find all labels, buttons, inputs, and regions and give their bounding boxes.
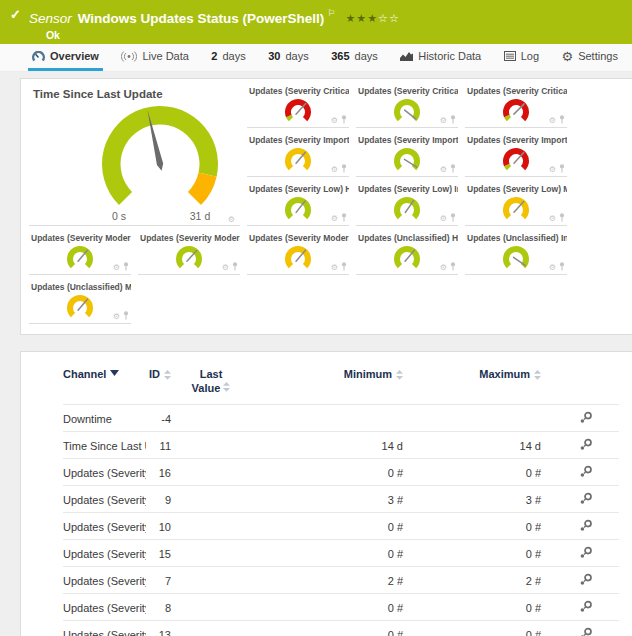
gear-icon[interactable]: ⚙ [331, 166, 338, 174]
pin-icon-wrap[interactable] [341, 262, 347, 273]
pin-icon-wrap[interactable] [559, 115, 565, 126]
pin-icon-wrap[interactable] [341, 213, 347, 224]
small-gauge-panel[interactable]: Updates (Severity Moderate) ...⚙ [247, 232, 349, 275]
small-gauge-panel[interactable]: Updates (Severity Critical) Ins...⚙ [356, 85, 458, 128]
cell-last_value [171, 405, 251, 432]
tab-30-days[interactable]: 30days [264, 44, 313, 71]
tab-settings[interactable]: ⚙Settings [558, 44, 622, 71]
edit-channel-icon[interactable] [579, 492, 593, 505]
gear-icon[interactable]: ⚙ [113, 264, 120, 272]
small-gauge-panel[interactable]: Updates (Unclassified) Missing⚙ [29, 281, 131, 324]
tab-log[interactable]: Log [500, 44, 543, 71]
flag-icon[interactable]: ⚐ [327, 8, 335, 18]
edit-channel-icon[interactable] [579, 411, 593, 424]
pin-icon-wrap[interactable] [450, 115, 456, 126]
cell-minimum: 3 # [251, 486, 403, 513]
gear-icon[interactable]: ⚙ [549, 166, 556, 174]
gear-icon[interactable]: ⚙ [228, 216, 235, 224]
small-gauge-panel[interactable]: Updates (Severity Moderate) I...⚙ [138, 232, 240, 275]
cell-id: 8 [146, 594, 171, 621]
channel-name: Updates (Severity Impo... [63, 567, 146, 594]
star-filled-icon[interactable]: ★ [356, 12, 367, 24]
channel-name: Time Since Last Update [63, 432, 146, 459]
channel-name: Updates (Severity Impo... [63, 540, 146, 567]
edit-channel-icon[interactable] [579, 519, 593, 532]
sensor-title: Windows Updates Status (PowerShell) [78, 11, 325, 26]
star-filled-icon[interactable]: ★ [367, 12, 378, 24]
pin-icon-wrap[interactable] [450, 213, 456, 224]
cell-maximum [403, 405, 541, 432]
pin-icon-wrap[interactable] [123, 311, 129, 322]
pin-icon-wrap[interactable] [123, 262, 129, 273]
small-gauge-dial [266, 144, 330, 175]
column-label: Minimum [344, 368, 392, 380]
gear-icon[interactable]: ⚙ [331, 117, 338, 125]
cell-id: 10 [146, 513, 171, 540]
gear-icon[interactable]: ⚙ [113, 313, 120, 321]
gear-icon[interactable]: ⚙ [549, 264, 556, 272]
small-gauge-panel[interactable]: Updates (Severity Critical) Mi...⚙ [465, 85, 567, 128]
pin-icon-wrap[interactable] [341, 164, 347, 175]
small-gauge-panel[interactable]: Updates (Severity Critical) Hi...⚙ [247, 85, 349, 128]
star-empty-icon[interactable]: ☆ [389, 12, 400, 24]
small-gauge-panel[interactable]: Updates (Severity Important) ...⚙ [465, 134, 567, 177]
pin-icon-wrap[interactable] [559, 164, 565, 175]
tab-365-days[interactable]: 365days [327, 44, 382, 71]
small-gauge-panel[interactable]: Updates (Severity Low) Missi...⚙ [465, 183, 567, 226]
edit-channel-cell [541, 513, 619, 540]
edit-channel-icon[interactable] [579, 573, 593, 586]
small-gauge-panel[interactable]: Updates (Unclassified) Install...⚙ [465, 232, 567, 275]
edit-channel-icon[interactable] [579, 465, 593, 478]
star-filled-icon[interactable]: ★ [345, 12, 356, 24]
column-header-minimum[interactable]: Minimum [251, 366, 403, 405]
main-gauge-panel[interactable]: Time Since Last Update 0 s31 d ⚙ [29, 85, 240, 226]
pin-icon-wrap[interactable] [450, 164, 456, 175]
gear-icon[interactable]: ⚙ [331, 215, 338, 223]
priority-stars[interactable]: ★★★☆☆ [345, 12, 399, 24]
star-empty-icon[interactable]: ☆ [378, 12, 389, 24]
pin-icon-wrap[interactable] [450, 262, 456, 273]
gear-icon[interactable]: ⚙ [440, 264, 447, 272]
tab-live-data[interactable]: Live Data [117, 44, 192, 71]
small-gauge-actions: ⚙ [331, 213, 347, 224]
column-header-content: Minimum [251, 368, 403, 380]
gear-icon[interactable]: ⚙ [331, 264, 338, 272]
pin-icon [559, 164, 565, 173]
small-gauge-actions: ⚙ [113, 311, 129, 322]
column-header-last_value[interactable]: Last Value [171, 366, 251, 405]
small-gauge-panel[interactable]: Updates (Severity Important) ...⚙ [356, 134, 458, 177]
tab-historic-data[interactable]: Historic Data [396, 44, 485, 71]
column-header-edit [541, 366, 619, 405]
gauge-icon [32, 51, 45, 62]
tab-2-days[interactable]: 2days [207, 44, 249, 71]
small-gauge-label: Updates (Severity Low) Hidden [247, 184, 349, 194]
gear-icon[interactable]: ⚙ [222, 264, 229, 272]
gear-icon[interactable]: ⚙ [440, 166, 447, 174]
small-gauge-panel[interactable]: Updates (Severity Moderate) ...⚙ [29, 232, 131, 275]
gear-icon[interactable]: ⚙ [549, 117, 556, 125]
edit-channel-icon[interactable] [579, 627, 593, 636]
table-row: Updates (Severity Critic...100 #0 # [63, 513, 619, 540]
edit-channel-icon[interactable] [579, 438, 593, 451]
column-header-maximum[interactable]: Maximum [403, 366, 541, 405]
small-gauge-dial [48, 291, 112, 322]
small-gauge-panel[interactable]: Updates (Severity Low) Hidden⚙ [247, 183, 349, 226]
pin-icon-wrap[interactable] [232, 262, 238, 273]
pin-icon [341, 262, 347, 271]
tab-overview[interactable]: Overview [28, 44, 103, 71]
pin-icon-wrap[interactable] [341, 115, 347, 126]
gear-icon[interactable]: ⚙ [440, 215, 447, 223]
edit-channel-icon[interactable] [579, 600, 593, 613]
small-gauge-panel[interactable]: Updates (Severity Important) ...⚙ [247, 134, 349, 177]
small-gauge-panel[interactable]: Updates (Severity Low) Install...⚙ [356, 183, 458, 226]
pin-icon-wrap[interactable] [559, 213, 565, 224]
column-header-channel[interactable]: Channel [63, 366, 146, 405]
pin-icon-wrap[interactable] [559, 262, 565, 273]
gear-icon[interactable]: ⚙ [549, 215, 556, 223]
gear-icon[interactable]: ⚙ [440, 117, 447, 125]
small-gauge-actions: ⚙ [222, 262, 238, 273]
edit-channel-cell [541, 459, 619, 486]
small-gauge-panel[interactable]: Updates (Unclassified) Hidden⚙ [356, 232, 458, 275]
column-header-id[interactable]: ID [146, 366, 171, 405]
edit-channel-icon[interactable] [579, 546, 593, 559]
